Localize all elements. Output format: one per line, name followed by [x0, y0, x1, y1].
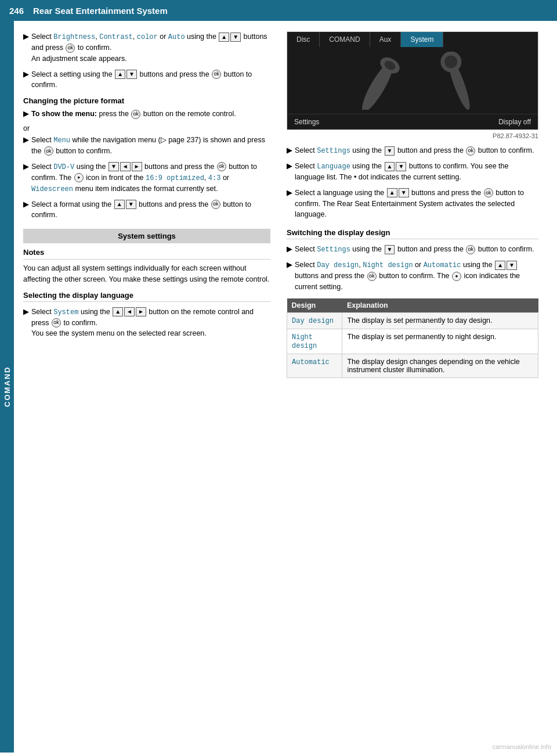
left-button: ◄ — [124, 307, 135, 316]
menu-item: Settings — [317, 246, 350, 254]
arrow-icon: ▶ — [23, 162, 29, 195]
menu-item: DVD-V — [53, 163, 74, 171]
arrow-icon: ▶ — [23, 32, 29, 64]
menu-item: Night design — [363, 261, 413, 269]
ok-button: ok — [217, 162, 226, 171]
screenshot-main-area — [287, 47, 538, 114]
list-item: ▶ Select Language using the ▲▼ buttons t… — [287, 161, 538, 183]
page-title: Rear Seat Entertainment System — [33, 6, 168, 16]
menu-item: System — [53, 308, 78, 316]
left-column: ▶ Select Brightness, Contrast, color or … — [14, 21, 281, 753]
arrow-icon: ▶ — [23, 70, 29, 91]
ok-button: ok — [484, 188, 493, 197]
ok-button: ok — [466, 245, 475, 254]
bullet-text: Select Settings using the ▼ button and p… — [295, 244, 534, 255]
menu-item: color — [137, 33, 158, 41]
ok-button: ok — [466, 146, 475, 156]
ok-button: ok — [131, 110, 140, 119]
menu-item: Settings — [317, 147, 350, 155]
bullet-text: Select Brightness, Contrast, color or Au… — [31, 31, 270, 64]
menu-item: Automatic — [424, 261, 461, 269]
notes-text: You can adjust all system settings indiv… — [23, 263, 270, 285]
down-button: ▼ — [396, 162, 406, 171]
design-value: Day design — [292, 317, 334, 325]
bullet-text: To show the menu: press the ok button on… — [31, 109, 236, 120]
bullet-text: Select DVD-V using the ▼◄► buttons and p… — [31, 161, 270, 195]
notes-heading: Notes — [23, 248, 270, 260]
ok-button: ok — [52, 318, 61, 327]
down-button: ▼ — [385, 146, 395, 156]
list-item: ▶ Select Settings using the ▼ button and… — [287, 244, 538, 255]
bullet-text: Select Settings using the ▼ button and p… — [295, 145, 534, 156]
right-button: ► — [136, 307, 146, 316]
down-button: ▼ — [126, 200, 136, 209]
tab-aux: Aux — [370, 32, 402, 47]
page-number: 246 — [9, 6, 24, 16]
list-item: ▶ Select Brightness, Contrast, color or … — [23, 31, 270, 64]
down-button: ▼ — [126, 70, 137, 79]
tab-comand: COMAND — [320, 32, 370, 47]
arrow-icon: ▶ — [23, 200, 29, 221]
bullet-text: Select a setting using the ▲▼ buttons an… — [31, 69, 270, 91]
menu-item: Menu — [53, 136, 70, 145]
arrow-icon: ▶ — [287, 244, 292, 255]
table-row: Day design The display is set permanentl… — [287, 312, 538, 329]
ok-button: ok — [211, 200, 220, 209]
circle-dot-icon: ● — [74, 173, 84, 182]
arrow-icon: ▶ — [287, 161, 292, 183]
right-column: Disc COMAND Aux System — [281, 21, 548, 753]
up-button: ▲ — [219, 33, 229, 42]
list-item: ▶ Select a language using the ▲▼ buttons… — [287, 188, 538, 220]
arrow-icon: ▶ — [287, 260, 292, 293]
bullet-text: Select a format using the ▲▼ buttons and… — [31, 199, 270, 221]
up-button: ▲ — [114, 200, 125, 209]
up-button: ▲ — [495, 261, 505, 270]
explanation-value: The display is set permanently to day de… — [342, 312, 538, 329]
list-item: ▶ Select a setting using the ▲▼ buttons … — [23, 69, 270, 91]
design-value: Automatic — [292, 358, 330, 366]
table-row: Automatic The display design changes dep… — [287, 354, 538, 377]
arrow-icon: ▶ — [287, 188, 292, 220]
screenshot-tabs: Disc COMAND Aux System — [287, 32, 538, 47]
down-button: ▼ — [399, 188, 409, 197]
explanation-value: The display is set permanently to night … — [342, 329, 538, 354]
tools-illustration — [331, 52, 494, 110]
explanation-value: The display design changes depending on … — [342, 354, 538, 377]
tab-disc: Disc — [287, 32, 320, 47]
screenshot-bottom-bar: Settings Display off — [287, 114, 538, 129]
or-text: or — [23, 124, 270, 132]
settings-label: Settings — [294, 118, 319, 126]
watermark: carmanualonline.info — [492, 743, 551, 750]
menu-item: 4:3 — [208, 174, 221, 182]
gray-box: System settings — [23, 229, 270, 243]
bullet-text: Select Menu while the navigation menu (▷… — [31, 135, 270, 157]
bullet-text: Select System using the ▲◄► button on th… — [31, 307, 270, 340]
main-content: COMAND ▶ Select Brightness, Contrast, co… — [0, 21, 557, 753]
arrow-icon: ▶ — [23, 109, 29, 120]
menu-item: Contrast — [99, 33, 133, 41]
ok-button: ok — [367, 272, 377, 281]
ok-button: ok — [212, 70, 221, 79]
up-button: ▲ — [115, 70, 125, 79]
up-button: ▲ — [113, 307, 123, 316]
bullet-text: Select Day design, Night design or Autom… — [295, 260, 538, 293]
section-heading: Changing the picture format — [23, 96, 270, 105]
image-caption: P82.87-4932-31 — [287, 132, 538, 139]
menu-item: Widescreen — [31, 185, 73, 193]
ok-button: ok — [44, 146, 53, 156]
page-header: 246 Rear Seat Entertainment System — [0, 0, 557, 21]
menu-item: 16:9 optimized — [146, 174, 204, 182]
down-button: ▼ — [385, 245, 395, 254]
menu-item: Day design — [317, 261, 359, 269]
menu-item: Auto — [168, 33, 185, 41]
arrow-icon: ▶ — [23, 135, 29, 157]
up-button: ▲ — [385, 162, 395, 171]
bullet-text: Select Language using the ▲▼ buttons to … — [295, 161, 538, 183]
right-button: ► — [132, 162, 142, 171]
display-off-label: Display off — [498, 118, 531, 126]
design-table: Design Explanation Day design The displa… — [287, 298, 538, 378]
up-button: ▲ — [387, 188, 397, 197]
arrow-icon: ▶ — [23, 307, 29, 340]
table-header-design: Design — [287, 298, 342, 313]
left-button: ◄ — [120, 162, 131, 171]
